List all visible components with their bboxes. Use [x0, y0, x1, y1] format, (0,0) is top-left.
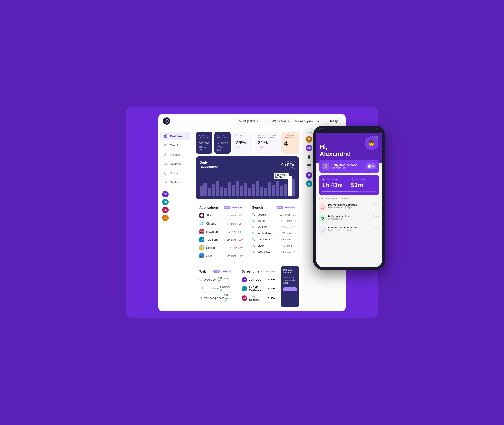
web-item-facebook: ffacebook.com 436 times ↑ 52	[199, 284, 232, 293]
profiles-value: 367/398	[199, 140, 210, 146]
avatar-jf[interactable]: JF	[162, 191, 169, 198]
chart-bar-7	[228, 182, 231, 196]
today-button[interactable]: Today	[326, 118, 341, 124]
svg-rect-6	[164, 136, 165, 137]
hourglass-icon: ⏳	[322, 163, 329, 170]
phone-header: SOS Hi,Alexandra! 👧	[316, 133, 382, 163]
time-spent-card: 🕐 TIME SPENT 1h 43m ⏳ TIME LEFT 53m	[319, 175, 379, 195]
stat-active-profiles: ACTIVE PROFILES 367/398 92% in use	[196, 132, 213, 154]
bottom-panels-2: Web TOP TRENDING Ggoogle.com 532 times ↑…	[196, 266, 299, 307]
web-panel: Web TOP TRENDING Ggoogle.com 532 times ↑…	[196, 266, 236, 307]
screentime-jerry: JS Jerry Seinfeld 7h 05m	[242, 294, 275, 303]
chevron-down-icon: ▾	[257, 120, 258, 123]
chart-bar-4	[216, 181, 219, 196]
search-item-barcelona: 🔍barcelona 69 times ↑ 12	[252, 237, 296, 243]
greeting-row: Hi,Alexandra! 👧	[320, 143, 378, 159]
sidebar-item-profiles[interactable]: Profiles	[160, 150, 190, 159]
notif-bedtime[interactable]: 🌙 Bedtime starts in 15 min Device will b…	[319, 224, 379, 235]
sidebar: Dashboard Timeline Profiles Devices Poli…	[158, 128, 192, 311]
chart-bar-13	[252, 184, 255, 196]
time-progress-bar	[322, 191, 376, 192]
sidebar-item-dashboard[interactable]: Dashboard	[160, 132, 190, 140]
topbar-controls: All groups ▾ Last 30 days ▾ 7th of Septe…	[236, 118, 341, 124]
svg-rect-9	[164, 145, 166, 145]
svg-point-2	[240, 120, 241, 121]
add-time-button[interactable]: 🕐 +	[366, 163, 376, 169]
screentime-john: JD John Doe 7h 24m	[242, 276, 275, 284]
chart-bar-22	[288, 176, 291, 196]
chart-tooltip: 5th of Oct. 6h 21m	[273, 173, 288, 179]
chart-bar-6	[224, 188, 227, 196]
svg-rect-7	[166, 136, 167, 137]
avatar-js[interactable]: JS	[162, 207, 169, 213]
chart-bar-12	[248, 188, 251, 196]
period-dropdown[interactable]: Last 30 days ▾	[264, 118, 292, 124]
groups-icon	[238, 120, 242, 123]
applications-panel: Applications TOP TRENDING 💬Slack 4h 15m …	[196, 202, 246, 263]
app-item-sketch: 💎Sketch 2h 11m ↓ 7m	[199, 244, 243, 252]
chart-bar-1	[204, 183, 207, 196]
chart-bar-16	[264, 188, 267, 196]
svg-rect-12	[164, 163, 167, 165]
applications-badge: TOP TRENDING	[224, 206, 243, 209]
notif-internet-pause[interactable]: 🚫 Internet pause activated Deactivates a…	[319, 202, 379, 213]
timeline-icon	[164, 143, 168, 147]
search-item-google: 🔍google 115 times ↑ 12	[252, 212, 296, 218]
chart-bar-9	[236, 181, 239, 196]
app-logo	[163, 117, 170, 125]
svg-rect-5	[166, 135, 167, 136]
profile-avatars: JF JD JS GC	[158, 191, 192, 221]
svg-rect-3	[267, 120, 269, 122]
search-list: 🔍google 115 times ↑ 12 🔍trump 112 times …	[252, 212, 296, 255]
sidebar-item-settings[interactable]: Settings	[160, 178, 190, 186]
stat-tampered-devices: TAMPERED DEVICES 4	[281, 132, 299, 154]
daily-limit-card: ⏳ Daily limit is close 5 minutes left 🕐 …	[319, 160, 379, 173]
chevron-down-icon-2: ▾	[288, 120, 289, 123]
screentime-header: Screentime DAILY AVERAGE	[242, 270, 275, 273]
app-item-chrome: 🌐Chrome 3h 55m ↓ 14m	[199, 220, 243, 228]
applications-list: 💬Slack 4h 15m ↑ 23m 🌐Chrome 3h 55m ↓ 14m…	[199, 212, 243, 260]
sidebar-item-devices[interactable]: Devices	[160, 159, 190, 168]
svg-rect-4	[164, 135, 165, 136]
svg-point-13	[165, 182, 166, 183]
chart-bar-10	[240, 186, 243, 196]
web-badge: TOP TRENDING	[213, 270, 232, 273]
screentime-george: GC George Costanza 7h 12m	[242, 284, 275, 294]
sidebar-item-timeline[interactable]: Timeline	[160, 141, 190, 149]
avatar-jd[interactable]: JD	[162, 199, 169, 205]
did-you-know-card: Did you know? Lorem ipsum conseq sed d i…	[281, 266, 299, 307]
chart-header: DailyScreentime AVERAGE 4h 52m ↑ 23m	[199, 160, 295, 170]
search-item-jeff-bridges: 🔍jeff bridges 75 times ↑ 8	[252, 230, 296, 237]
avatar-gc[interactable]: GC	[162, 215, 169, 221]
search-header: Search TOP TRENDING	[252, 206, 296, 209]
chart-bar-19	[276, 181, 279, 196]
chart-bar-15	[260, 187, 263, 196]
calendar-icon	[266, 120, 269, 122]
online-dot	[376, 137, 378, 139]
bedtime-icon: 🌙	[319, 226, 326, 233]
chart-title: DailyScreentime	[199, 160, 218, 169]
groups-dropdown[interactable]: All groups ▾	[236, 118, 261, 124]
profiles-icon	[164, 153, 168, 156]
earlier-notifications: EARLIER NOTIFICATIONS 🚫 Internet pause a…	[316, 195, 382, 238]
stat-productive-time: PRODUCTIVE TIME 79% ↑ 2%	[232, 132, 253, 154]
settings-icon	[164, 180, 168, 184]
learn-more-button[interactable]: LE...	[283, 287, 297, 292]
arrow-icon: →	[321, 120, 324, 123]
devices-icon	[164, 162, 168, 166]
chart-average: AVERAGE 4h 52m ↑ 23m	[281, 160, 295, 170]
app-item-zoom: 📹Zoom 2h 10m ↓ 18m	[199, 252, 243, 260]
notif-daily-limit[interactable]: 🛡 Daily limit is close 5 minutes left 7m…	[319, 213, 379, 224]
search-item-youtube: 🔍youtube 97 times ↑ 12	[252, 224, 296, 230]
applications-header: Applications TOP TRENDING	[199, 206, 243, 209]
daily-limit-notif-icon: 🛡	[319, 215, 326, 222]
hamburger-menu[interactable]	[320, 137, 324, 139]
chart-bar-8	[232, 185, 235, 196]
chart-bar-18	[272, 185, 275, 196]
app-item-instagram: 📷Instagram 2h 47m ↑ 8m	[199, 228, 243, 236]
search-item-biden: 🔍biden 59 times ↑ 5	[252, 243, 296, 249]
devices-value: 342/350	[217, 140, 228, 146]
web-list: Ggoogle.com 532 times ↑ 12 ffacebook.com…	[199, 276, 232, 304]
sidebar-item-policies[interactable]: Policies	[160, 169, 190, 177]
search-item-trump: 🔍trump 112 times ↑ 8	[252, 218, 296, 224]
